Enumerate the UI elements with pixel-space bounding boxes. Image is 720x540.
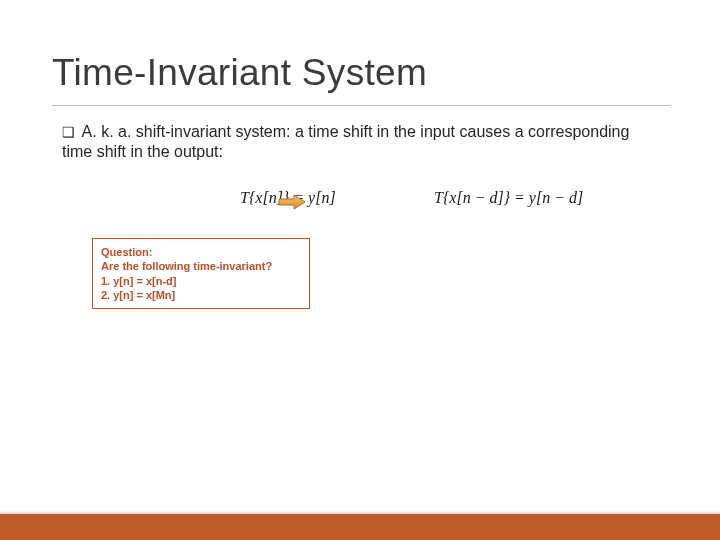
slide: Time-Invariant System ❑ A. k. a. shift-i… [0, 0, 720, 540]
title-underline [52, 105, 670, 106]
question-line-4: 2. y[n] = x[Mn] [101, 288, 301, 302]
equation-2: T{x[n − d]} = y[n − d] [434, 189, 583, 207]
bullet-text: A. k. a. shift-invariant system: a time … [62, 123, 629, 160]
equation-2-text: T{x[n − d]} = y[n − d] [434, 189, 583, 206]
bullet-paragraph: ❑ A. k. a. shift-invariant system: a tim… [62, 122, 652, 162]
equation-row: T{x[n]} = y[n] T{x[n − d]} = y[n − d] [240, 189, 680, 207]
arrow-icon [278, 194, 306, 210]
question-line-2: Are the following time-invariant? [101, 259, 301, 273]
question-line-3: 1. y[n] = x[n-d] [101, 274, 301, 288]
equation-1: T{x[n]} = y[n] [240, 189, 430, 207]
bullet-symbol: ❑ [62, 124, 75, 142]
question-box: Question: Are the following time-invaria… [92, 238, 310, 309]
slide-title: Time-Invariant System [52, 52, 427, 94]
footer-bar [0, 514, 720, 540]
question-line-1: Question: [101, 245, 301, 259]
